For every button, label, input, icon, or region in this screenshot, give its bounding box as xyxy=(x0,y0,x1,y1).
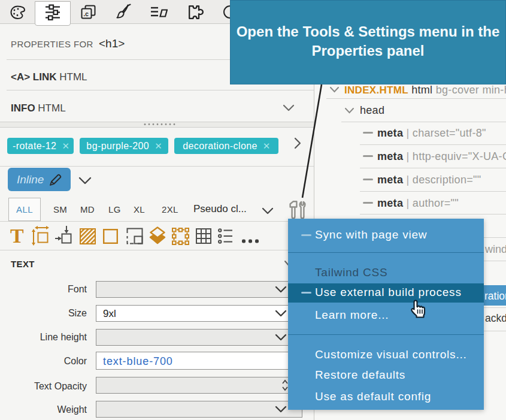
svg-text:.c: .c xyxy=(84,11,89,17)
